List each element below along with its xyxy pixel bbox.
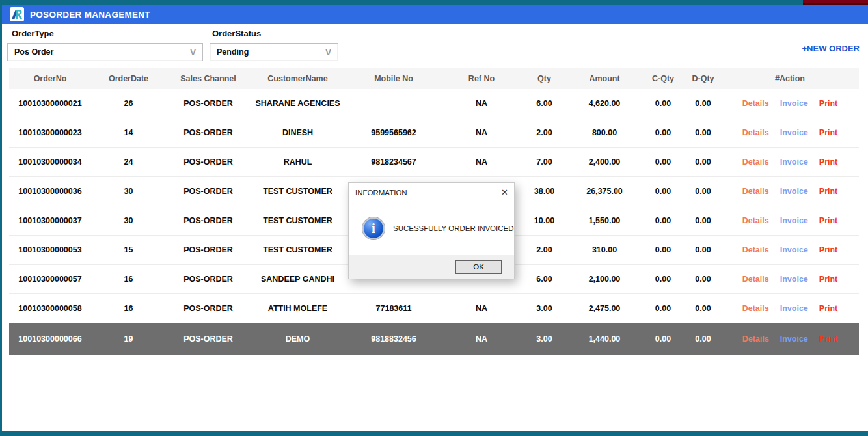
table-row[interactable]: 1001030000002126POS-ORDERSHARANE AGENCIE… (9, 89, 859, 118)
print-link[interactable]: Print (819, 275, 837, 284)
cell-order-no: 10010300000036 (9, 187, 91, 196)
invoice-link[interactable]: Invoice (780, 216, 808, 225)
cell-d-qty: 0.00 (685, 245, 721, 254)
cell-order-date: 15 (91, 245, 166, 254)
details-link[interactable]: Details (742, 128, 769, 137)
cell-customer-name: ATTIH MOLEFE (251, 304, 345, 313)
order-status-label: OrderStatus (212, 29, 261, 38)
cell-order-date: 26 (91, 99, 166, 108)
cell-c-qty: 0.00 (641, 157, 685, 167)
titlebar: POSORDER MANAGEMENT (2, 5, 868, 24)
invoice-link[interactable]: Invoice (780, 99, 808, 108)
cell-customer-name: RAHUL (251, 157, 345, 167)
print-link[interactable]: Print (819, 245, 837, 254)
print-link[interactable]: Print (819, 157, 837, 167)
cell-d-qty: 0.00 (685, 216, 721, 225)
cell-c-qty: 0.00 (641, 304, 685, 313)
chevron-down-icon: V (190, 48, 196, 57)
cell-order-date: 16 (91, 304, 166, 313)
details-link[interactable]: Details (742, 216, 769, 225)
information-dialog: INFORMATION ✕ i SUCESSFULLY ORDER INVOIC… (348, 182, 515, 279)
cell-order-no: 10010300000066 (9, 334, 91, 344)
cell-order-no: 10010300000021 (9, 99, 91, 108)
dialog-footer: OK (349, 255, 514, 279)
details-link[interactable]: Details (742, 187, 769, 196)
cell-customer-name: TEST CUSTOMER (251, 187, 345, 196)
table-row[interactable]: 1001030000002314POS-ORDERDINESH959956596… (9, 118, 859, 148)
details-link[interactable]: Details (742, 304, 769, 313)
close-icon[interactable]: ✕ (501, 188, 508, 197)
cell-order-no: 10010300000037 (9, 216, 91, 225)
cell-order-no: 10010300000034 (9, 157, 91, 167)
cell-ref-no: NA (442, 334, 521, 344)
cell-d-qty: 0.00 (685, 304, 721, 313)
cell-amount: 26,375.00 (568, 187, 641, 196)
cell-actions: DetailsInvoicePrint (721, 245, 859, 254)
invoice-link[interactable]: Invoice (780, 157, 808, 167)
table-row[interactable]: 1001030000003424POS-ORDERRAHUL9818234567… (9, 148, 859, 177)
details-link[interactable]: Details (742, 334, 769, 344)
details-link[interactable]: Details (742, 245, 769, 254)
details-link[interactable]: Details (742, 275, 769, 284)
details-link[interactable]: Details (742, 157, 769, 167)
table-row[interactable]: 1001030000006619POS-ORDERDEMO9818832456N… (9, 323, 859, 355)
cell-d-qty: 0.00 (685, 128, 721, 137)
window-close-strip[interactable] (803, 0, 868, 5)
new-order-button[interactable]: +NEW ORDER (802, 44, 860, 53)
cell-actions: DetailsInvoicePrint (721, 304, 859, 313)
cell-amount: 1,440.00 (568, 334, 641, 344)
cell-actions: DetailsInvoicePrint (721, 187, 859, 196)
cell-customer-name: SANDEEP GANDHI (251, 275, 345, 284)
order-type-select[interactable]: Pos Order V (7, 43, 203, 61)
invoice-link[interactable]: Invoice (780, 128, 808, 137)
cell-mobile-no: 9818234567 (345, 157, 442, 167)
cell-actions: DetailsInvoicePrint (721, 334, 859, 344)
cell-order-no: 10010300000058 (9, 304, 91, 313)
cell-actions: DetailsInvoicePrint (721, 216, 859, 225)
window-border-bottom (0, 431, 868, 436)
dialog-message: SUCESSFULLY ORDER INVOICED (393, 225, 514, 232)
cell-sales-channel: POS-ORDER (166, 99, 251, 108)
cell-sales-channel: POS-ORDER (166, 187, 251, 196)
cell-qty: 3.00 (521, 334, 568, 344)
print-link[interactable]: Print (819, 216, 837, 225)
print-link[interactable]: Print (819, 187, 837, 196)
cell-qty: 6.00 (521, 99, 568, 108)
invoice-link[interactable]: Invoice (780, 334, 808, 344)
invoice-link[interactable]: Invoice (780, 275, 808, 284)
window-title: POSORDER MANAGEMENT (30, 10, 150, 20)
cell-amount: 310.00 (568, 245, 641, 254)
print-link[interactable]: Print (819, 99, 837, 108)
order-status-select[interactable]: Pending V (210, 43, 338, 61)
cell-ref-no: NA (442, 157, 521, 167)
cell-d-qty: 0.00 (685, 334, 721, 344)
details-link[interactable]: Details (742, 99, 769, 108)
cell-ref-no: NA (442, 304, 521, 313)
print-link[interactable]: Print (819, 334, 837, 344)
cell-c-qty: 0.00 (641, 187, 685, 196)
cell-ref-no: NA (442, 128, 521, 137)
invoice-link[interactable]: Invoice (780, 304, 808, 313)
app-logo-icon (10, 7, 24, 21)
cell-d-qty: 0.00 (685, 157, 721, 167)
table-row[interactable]: 1001030000005816POS-ORDERATTIH MOLEFE771… (9, 294, 859, 323)
cell-c-qty: 0.00 (641, 216, 685, 225)
cell-c-qty: 0.00 (641, 275, 685, 284)
cell-amount: 2,400.00 (568, 157, 641, 167)
cell-sales-channel: POS-ORDER (166, 245, 251, 254)
cell-customer-name: DEMO (251, 334, 345, 344)
ok-button[interactable]: OK (455, 260, 502, 274)
invoice-link[interactable]: Invoice (780, 245, 808, 254)
col-mobile-no: Mobile No (345, 74, 442, 83)
print-link[interactable]: Print (819, 128, 837, 137)
col-qty: Qty (521, 74, 568, 83)
dialog-titlebar: INFORMATION ✕ (349, 183, 514, 202)
invoice-link[interactable]: Invoice (780, 187, 808, 196)
col-customer-name: CustomerName (251, 74, 345, 83)
window-border-top (0, 0, 803, 5)
cell-order-date: 24 (91, 157, 166, 167)
print-link[interactable]: Print (819, 304, 837, 313)
cell-sales-channel: POS-ORDER (166, 275, 251, 284)
cell-sales-channel: POS-ORDER (166, 157, 251, 167)
cell-customer-name: DINESH (251, 128, 345, 137)
